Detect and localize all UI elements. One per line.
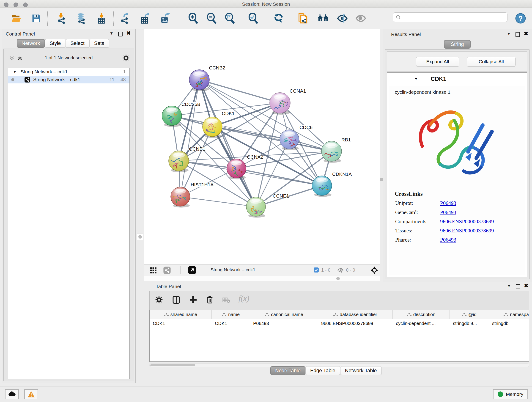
network-options-gear-icon[interactable] [122, 54, 130, 62]
column-header-id[interactable]: @id [450, 310, 489, 319]
tab-string[interactable]: String [444, 40, 471, 49]
grid-view-icon[interactable] [150, 267, 157, 274]
control-panel-menu-caret[interactable]: ▼ [109, 31, 114, 36]
column-header-database-identifier[interactable]: database identifier [318, 310, 393, 319]
network-view-share-icon[interactable] [163, 266, 171, 274]
tab-network-table[interactable]: Network Table [340, 366, 382, 375]
apply-preferred-layout-button[interactable] [273, 12, 285, 24]
search-input[interactable] [393, 12, 507, 22]
create-column-plus-icon[interactable] [189, 295, 197, 304]
node-table-body[interactable]: CDK1CDK1P064939606.ENSP00000378699cyclin… [150, 319, 529, 327]
control-panel-float-icon[interactable] [118, 32, 123, 37]
column-header-namespace[interactable]: namespace [489, 310, 529, 319]
warning-status-button[interactable] [24, 389, 38, 399]
entry-collapse-caret[interactable]: ▼ [414, 77, 418, 81]
column-header-shared-name[interactable]: shared name [150, 310, 212, 319]
fit-content-button[interactable] [224, 12, 236, 24]
table-cell[interactable]: P06493 [250, 319, 318, 327]
collapse-all-button[interactable]: Collapse All [467, 57, 515, 67]
splitter-handle-dot[interactable] [380, 178, 383, 181]
results-panel-menu-caret[interactable]: ▼ [507, 32, 511, 36]
crosslink-link[interactable]: P06493 [440, 200, 456, 206]
node-table-header[interactable]: shared namenamecanonical namedatabase id… [150, 310, 529, 319]
network-canvas[interactable]: CCNB2CCNA1CDC25BCDK1CDC6RB1CCNB1CCNA2CDK… [144, 29, 380, 264]
cloud-status-button[interactable] [5, 389, 19, 399]
network-graph[interactable]: CCNB2CCNA1CDC25BCDK1CDC6RB1CCNB1CCNA2CDK… [144, 29, 380, 264]
table-cell[interactable]: cyclin-dependent ... [393, 319, 450, 327]
crosslink-link[interactable]: P06493 [440, 237, 456, 243]
crosslink-link[interactable]: 9606.ENSP00000378699 [440, 219, 494, 225]
column-header-canonical-name[interactable]: canonical name [250, 310, 318, 319]
birds-eye-toggle-icon[interactable] [370, 266, 379, 274]
collection-expand-caret[interactable]: ▼ [13, 70, 17, 74]
panel-splitter-left[interactable] [136, 29, 144, 383]
new-network-from-selection-button[interactable] [297, 12, 309, 24]
edge-CCNB2-CCNA1[interactable] [199, 80, 280, 103]
table-cell[interactable]: CDK1 [212, 319, 250, 327]
export-table-button[interactable] [139, 12, 151, 24]
node-CCNB2[interactable] [189, 70, 209, 91]
node-CDKN1A[interactable] [312, 176, 333, 197]
export-network-button[interactable] [119, 12, 131, 24]
table-panel-float-icon[interactable] [516, 284, 520, 290]
results-panel-close-icon[interactable]: ✖ [524, 31, 528, 37]
show-columns-icon[interactable] [172, 295, 180, 304]
node-HIST1H1A[interactable] [171, 187, 190, 207]
results-panel-float-icon[interactable] [515, 32, 520, 38]
node-CCNB1[interactable] [169, 151, 189, 172]
table-panel-close-icon[interactable]: ✖ [524, 283, 528, 289]
delete-column-trash-icon[interactable] [206, 295, 214, 304]
network-collection-row[interactable]: ▼ String Network – cdk1 1 [8, 68, 129, 76]
table-cell[interactable]: stringdb:9... [450, 319, 489, 327]
export-image-button[interactable] [159, 12, 171, 24]
tab-select[interactable]: Select [66, 39, 89, 48]
zoom-out-button[interactable] [206, 12, 218, 24]
tab-node-table[interactable]: Node Table [270, 366, 305, 375]
select-first-neighbors-button[interactable] [317, 12, 329, 24]
tab-style[interactable]: Style [45, 39, 66, 48]
tab-edge-table[interactable]: Edge Table [305, 366, 340, 375]
import-table-from-file-button[interactable] [95, 12, 108, 24]
table-cell[interactable]: CDK1 [150, 319, 212, 327]
panel-splitter-bottom[interactable] [144, 276, 380, 281]
node-CCNE1[interactable] [246, 197, 266, 217]
table-cell[interactable]: stringdb [489, 319, 529, 327]
cdk1-entry-header[interactable]: ▼ CDK1 [387, 73, 527, 85]
memory-button[interactable]: Memory [493, 389, 528, 399]
crosslink-link[interactable]: P06493 [440, 210, 456, 216]
network-row-selected[interactable]: String Network – cdk1 11 48 [8, 76, 129, 83]
crosslink-link[interactable]: 9606.ENSP00000378699 [440, 228, 494, 234]
help-button[interactable]: ? [515, 12, 526, 24]
expand-all-button[interactable]: Expand All [416, 57, 459, 67]
node-RB1[interactable] [322, 141, 342, 164]
tab-sets[interactable]: Sets [89, 39, 109, 48]
selected-checkbox-icon[interactable] [313, 267, 319, 273]
node-CCNA2[interactable] [227, 159, 246, 179]
import-network-from-file-button[interactable] [56, 12, 68, 24]
table-row[interactable]: CDK1CDK1P064939606.ENSP00000378699cyclin… [150, 319, 529, 327]
hidden-eye-slash-icon[interactable] [337, 267, 344, 274]
table-panel-menu-caret[interactable]: ▼ [507, 284, 511, 288]
panel-splitter-right[interactable] [380, 29, 383, 282]
import-network-from-database-button[interactable] [76, 12, 88, 24]
table-gear-icon[interactable] [155, 296, 163, 304]
column-header-name[interactable]: name [212, 310, 250, 319]
edge-HIST1H1A-CCNE1[interactable] [180, 197, 256, 207]
hide-selected-button[interactable] [336, 12, 348, 24]
zoom-in-button[interactable] [187, 12, 199, 24]
node-CDC6[interactable] [280, 130, 299, 150]
control-panel-close-icon[interactable]: ✖ [127, 30, 131, 36]
splitter-handle-dot[interactable] [138, 235, 142, 239]
edge-CCNA2-CDKN1A[interactable] [236, 168, 322, 186]
scrollbar-thumb[interactable] [150, 364, 195, 366]
detach-view-icon[interactable] [188, 266, 196, 274]
zoom-selected-button[interactable] [247, 12, 259, 24]
splitter-handle-dot[interactable] [336, 277, 340, 280]
table-cell[interactable]: 9606.ENSP00000378699 [318, 319, 393, 327]
save-session-button[interactable] [30, 12, 42, 24]
edge-CCNB2-HIST1H1A[interactable] [180, 80, 199, 197]
node-CDC25B[interactable] [162, 106, 182, 127]
tab-network[interactable]: Network [17, 39, 45, 48]
open-session-button[interactable] [10, 12, 22, 24]
column-header-description[interactable]: description [393, 310, 450, 319]
